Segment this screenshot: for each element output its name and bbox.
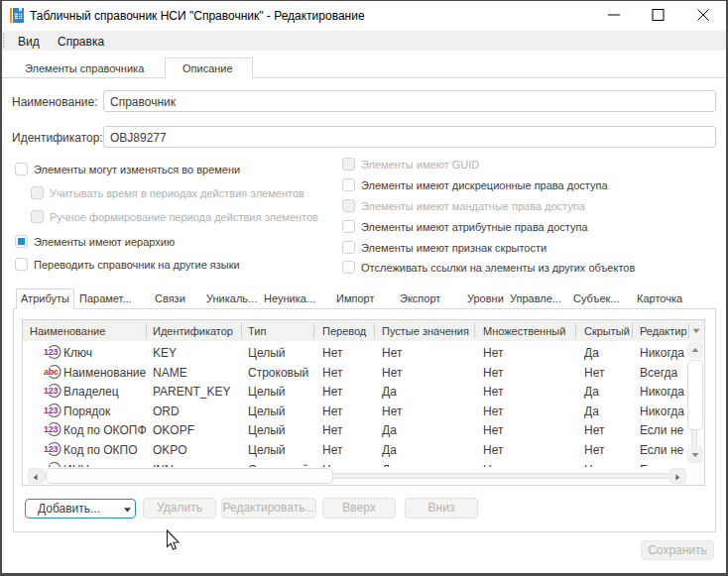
- svg-text:123: 123: [44, 424, 59, 434]
- svg-text:123: 123: [44, 405, 59, 415]
- svg-text:abc: abc: [44, 367, 59, 377]
- svg-text:123: 123: [44, 444, 59, 454]
- svg-text:123: 123: [44, 347, 59, 357]
- svg-text:123: 123: [44, 386, 59, 396]
